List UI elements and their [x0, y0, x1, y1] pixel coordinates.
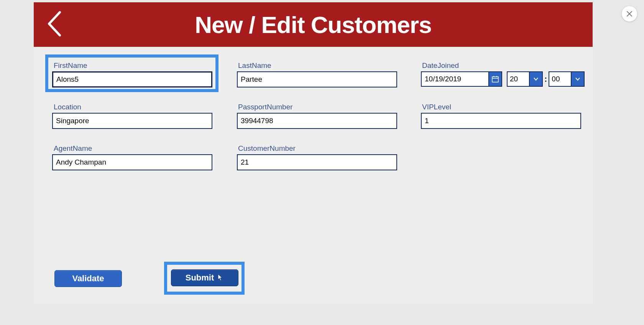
chevron-down-icon — [575, 76, 581, 82]
calendar-icon — [492, 76, 499, 82]
time-separator: : — [543, 74, 549, 84]
datejoined-minute-dropdown[interactable] — [571, 71, 585, 87]
location-label: Location — [54, 103, 81, 111]
customernumber-input[interactable] — [237, 154, 397, 170]
lastname-input[interactable] — [237, 71, 397, 87]
viplevel-input[interactable] — [421, 113, 581, 129]
page-root: New / Edit Customers FirstName LastName … — [0, 0, 644, 325]
page-title: New / Edit Customers — [34, 11, 593, 38]
datejoined-label: DateJoined — [422, 61, 459, 70]
close-button[interactable] — [622, 6, 637, 21]
customernumber-label: CustomerNumber — [238, 144, 296, 153]
lastname-label: LastName — [238, 61, 271, 70]
datejoined-date-input[interactable] — [421, 71, 488, 87]
datejoined-calendar-button[interactable] — [488, 71, 502, 87]
datejoined-hour-dropdown[interactable] — [529, 71, 543, 87]
passportnumber-label: PassportNumber — [238, 103, 293, 111]
location-input[interactable] — [52, 113, 212, 129]
svg-rect-2 — [492, 77, 498, 82]
agentname-label: AgentName — [54, 144, 92, 153]
firstname-label: FirstName — [54, 61, 87, 70]
close-icon — [626, 11, 632, 17]
validate-button[interactable]: Validate — [54, 270, 122, 287]
datejoined-hour-input[interactable] — [507, 71, 529, 87]
form-body: FirstName LastName DateJoined : — [34, 47, 593, 304]
back-button[interactable] — [45, 10, 63, 38]
viplevel-label: VIPLevel — [422, 103, 451, 111]
firstname-input[interactable] — [52, 71, 212, 87]
chevron-down-icon — [533, 76, 539, 82]
submit-button-label: Submit — [186, 273, 214, 283]
agentname-input[interactable] — [52, 154, 212, 170]
datejoined-group: : — [421, 71, 585, 87]
datejoined-minute-input[interactable] — [549, 71, 571, 87]
submit-button[interactable]: Submit — [171, 269, 238, 286]
passportnumber-input[interactable] — [237, 113, 397, 129]
chevron-left-icon — [45, 10, 63, 38]
header-bar: New / Edit Customers — [34, 2, 593, 47]
cursor-icon — [217, 274, 224, 282]
validate-button-label: Validate — [72, 274, 104, 284]
